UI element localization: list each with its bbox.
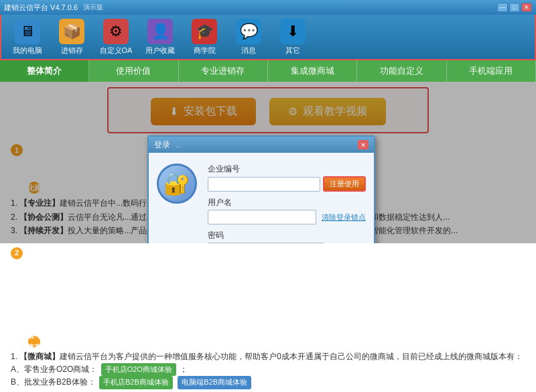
my-pc-icon: 🖥 xyxy=(15,19,40,44)
tab-value[interactable]: 使用价值 xyxy=(89,60,178,82)
username-input-row: 清除登录错点 xyxy=(208,210,366,224)
title-bar: 建销云信平台 V4.7.0.6 演示版 — □ ✕ xyxy=(0,0,536,15)
dialog-close-button[interactable]: ✕ xyxy=(358,140,368,149)
company-label: 企业编号 xyxy=(208,164,366,175)
minimize-button[interactable]: — xyxy=(497,3,508,12)
my-pc-label: 我的电脑 xyxy=(13,46,42,56)
main-toolbar: 🖥 我的电脑 📦 进销存 ⚙ 自定义OA 👤 用户收藏 🎓 商学院 💬 消息 ⬇… xyxy=(0,15,536,60)
toolbar-item-message[interactable]: 💬 消息 xyxy=(228,19,269,56)
tab-custom[interactable]: 功能自定义 xyxy=(357,60,446,82)
user-view-icon: 👤 xyxy=(147,19,173,44)
toolbar-item-school[interactable]: 🎓 商学院 xyxy=(184,19,225,56)
toolbar-item-inventory[interactable]: 📦 进销存 xyxy=(51,19,92,56)
toolbar-item-my-pc[interactable]: 🖥 我的电脑 xyxy=(7,19,48,56)
register-button[interactable]: 注册使用 xyxy=(323,176,366,192)
tab-inventory[interactable]: 专业进销存 xyxy=(179,60,268,82)
user-view-label: 用户收藏 xyxy=(145,46,175,56)
badge-b2b-pc: 电脑端B2B商城体验 xyxy=(178,376,251,389)
maximize-button[interactable]: □ xyxy=(509,3,520,12)
custom-oa-icon: ⚙ xyxy=(103,19,129,44)
username-row: 用户名 清除登录错点 xyxy=(208,197,366,224)
badge-o2o: 手机店O2O商城体验 xyxy=(101,363,176,377)
message-label: 消息 xyxy=(241,46,256,56)
section2-item-b: B、批发业务B2B体验： 手机店B2B商城体验 电脑端B2B商城体验 xyxy=(11,376,525,389)
content-section-2: 2 微商城：（因势而生，我们能在追可使有效的方案帮助客户提高售量） 1. 【微商… xyxy=(0,243,536,392)
username-input[interactable] xyxy=(208,210,316,224)
other-label: 其它 xyxy=(285,46,300,56)
section2-heading: 微商城：（因势而生，我们能在追可使有效的方案帮助客户提高售量） xyxy=(28,336,40,348)
nav-tabs: 整体简介 使用价值 专业进销存 集成微商城 功能自定义 手机端应用 xyxy=(0,60,536,82)
inventory-icon: 📦 xyxy=(59,19,84,44)
message-icon: 💬 xyxy=(236,19,261,44)
main-content: ⬇ 安装包下载 ⚙ 观看教学视频 1 进销存：（简化操作、数据... 1. 【专… xyxy=(0,82,536,392)
school-label: 商学院 xyxy=(194,46,216,56)
section2-item-a: A、零售业务O2O商城： 手机店O2O商城体验 ； xyxy=(11,363,525,377)
close-button[interactable]: ✕ xyxy=(521,3,532,12)
dialog-title: 登录 xyxy=(154,139,170,151)
school-icon: 🎓 xyxy=(192,19,217,44)
app-subtitle: 演示版 xyxy=(83,3,103,12)
company-input-row: 注册使用 xyxy=(208,176,366,192)
tab-overview[interactable]: 整体简介 xyxy=(0,60,89,82)
company-row: 企业编号 注册使用 xyxy=(208,164,366,192)
toolbar-item-user-view[interactable]: 👤 用户收藏 xyxy=(139,19,181,56)
section2-title: 2 微商城：（因势而生，我们能在追可使有效的方案帮助客户提高售量） xyxy=(11,246,525,348)
tab-mall[interactable]: 集成微商城 xyxy=(268,60,357,82)
dialog-titlebar: 登录 ... ✕ xyxy=(149,137,374,153)
dialog-lock-icon: 🔐 xyxy=(157,164,200,206)
password-label: 密码 xyxy=(208,230,366,241)
username-label: 用户名 xyxy=(208,197,366,208)
clear-login-link[interactable]: 清除登录错点 xyxy=(322,212,366,222)
custom-oa-label: 自定义OA xyxy=(100,46,133,56)
other-icon: ⬇ xyxy=(280,19,306,44)
dialog-hint: ... xyxy=(176,141,181,149)
inventory-label: 进销存 xyxy=(61,46,83,56)
badge-b2b-mobile: 手机店B2B商城体验 xyxy=(99,376,173,389)
tab-mobile[interactable]: 手机端应用 xyxy=(447,60,536,82)
company-input[interactable] xyxy=(208,177,320,192)
section2-item-1: 1. 【微商城】建销云信平台为客户提供的一种增值服务核心功能，帮助客户0成本开通… xyxy=(11,350,525,363)
app-title: 建销云信平台 V4.7.0.6 xyxy=(4,3,78,13)
toolbar-item-custom-oa[interactable]: ⚙ 自定义OA xyxy=(95,19,137,56)
toolbar-item-other[interactable]: ⬇ 其它 xyxy=(272,19,314,56)
section2-num: 2 xyxy=(11,247,23,259)
window-controls: — □ ✕ xyxy=(497,3,532,12)
